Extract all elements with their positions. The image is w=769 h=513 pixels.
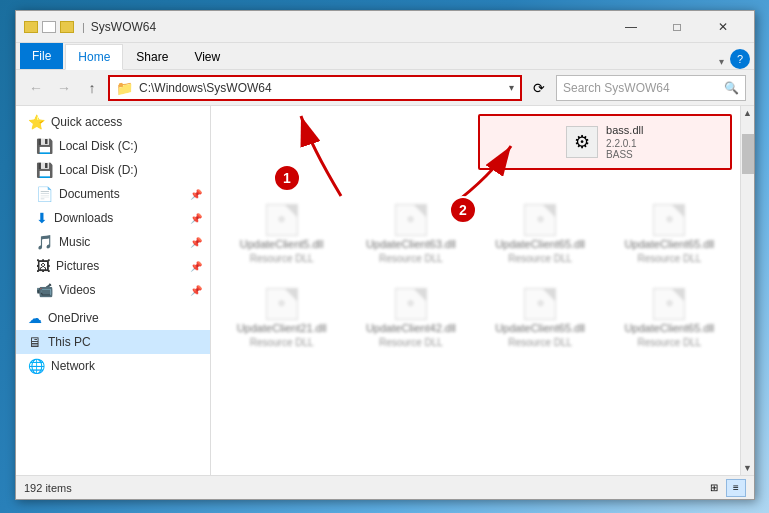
- ribbon-collapse: ▾: [717, 54, 726, 69]
- dll-icon-3: ⚙: [524, 204, 556, 236]
- tab-home[interactable]: Home: [65, 44, 123, 70]
- downloads-icon: ⬇: [36, 210, 48, 226]
- dll-icon-2: ⚙: [395, 204, 427, 236]
- step-1-label: 1: [283, 170, 291, 186]
- titlebar: | SysWOW64 — □ ✕: [16, 11, 754, 43]
- sidebar-item-quick-access[interactable]: ⭐ Quick access: [16, 110, 210, 134]
- bass-dll-name: bass.dll: [606, 124, 643, 137]
- sidebar-item-local-disk-d[interactable]: 💾 Local Disk (D:): [16, 158, 210, 182]
- scroll-down-button[interactable]: ▼: [741, 461, 755, 475]
- dll-icon-4: ⚙: [653, 204, 685, 236]
- sidebar-label-documents: Documents: [59, 187, 184, 201]
- pin-icon-pictures: 📌: [190, 261, 202, 272]
- titlebar-app-icons: [24, 21, 74, 33]
- sidebar-item-pictures[interactable]: 🖼 Pictures 📌: [16, 254, 210, 278]
- sidebar-item-documents[interactable]: 📄 Documents 📌: [16, 182, 210, 206]
- filedesc-4: Resource DLL: [637, 253, 701, 264]
- addressbar: ← → ↑ 📁 C:\Windows\SysWOW64 ▾ ⟳ Search S…: [16, 70, 754, 106]
- videos-icon: 📹: [36, 282, 53, 298]
- titlebar-separator: |: [82, 21, 85, 33]
- filedesc-2: Resource DLL: [379, 253, 443, 264]
- list-item[interactable]: ⚙ UpdateClient65.dll Resource DLL: [607, 282, 732, 354]
- app-icon-doc: [42, 21, 56, 33]
- file-item-bass-dll[interactable]: ⚙ bass.dll 2.2.0.1 BASS: [478, 114, 733, 170]
- scroll-up-button[interactable]: ▲: [741, 106, 755, 120]
- main-content: ⭐ Quick access 💾 Local Disk (C:) 💾 Local…: [16, 106, 754, 475]
- scrollbar-thumb[interactable]: [742, 134, 754, 174]
- tab-file[interactable]: File: [20, 43, 63, 69]
- large-icons-view-button[interactable]: ⊞: [704, 479, 724, 497]
- step-1-circle: 1: [273, 164, 301, 192]
- address-path: C:\Windows\SysWOW64: [139, 81, 509, 95]
- documents-icon: 📄: [36, 186, 53, 202]
- filedesc-5: Resource DLL: [250, 337, 314, 348]
- explorer-window: | SysWOW64 — □ ✕ File Home Share View ▾ …: [15, 10, 755, 500]
- ribbon-tabs: File Home Share View ▾ ?: [16, 43, 754, 69]
- titlebar-controls: — □ ✕: [608, 11, 746, 43]
- filename-5: UpdateClient21.dll: [237, 322, 327, 335]
- tab-view[interactable]: View: [181, 43, 233, 69]
- forward-button[interactable]: →: [52, 76, 76, 100]
- bass-dll-icon: ⚙: [566, 126, 598, 158]
- details-view-button[interactable]: ≡: [726, 479, 746, 497]
- list-item[interactable]: ⚙ UpdateClient21.dll Resource DLL: [219, 282, 344, 354]
- sidebar-item-downloads[interactable]: ⬇ Downloads 📌: [16, 206, 210, 230]
- sidebar-item-local-disk-c[interactable]: 💾 Local Disk (C:): [16, 134, 210, 158]
- address-box[interactable]: 📁 C:\Windows\SysWOW64 ▾: [108, 75, 522, 101]
- app-icon-2: [60, 21, 74, 33]
- sidebar-item-videos[interactable]: 📹 Videos 📌: [16, 278, 210, 302]
- up-button[interactable]: ↑: [80, 76, 104, 100]
- back-button[interactable]: ←: [24, 76, 48, 100]
- sidebar-item-onedrive[interactable]: ☁ OneDrive: [16, 306, 210, 330]
- filename-4: UpdateClient65.dll: [624, 238, 714, 251]
- sidebar-item-this-pc[interactable]: 🖥 This PC: [16, 330, 210, 354]
- address-dropdown-arrow[interactable]: ▾: [509, 82, 514, 93]
- filedesc-1: Resource DLL: [250, 253, 314, 264]
- list-item[interactable]: ⚙ UpdateClient5.dll Resource DLL: [219, 198, 344, 270]
- sidebar-label-disk-d: Local Disk (D:): [59, 163, 202, 177]
- list-item[interactable]: ⚙ UpdateClient65.dll Resource DLL: [478, 282, 603, 354]
- scrollbar[interactable]: ▲ ▼: [740, 106, 754, 475]
- dll-icon-6: ⚙: [395, 288, 427, 320]
- search-box[interactable]: Search SysWOW64 🔍: [556, 75, 746, 101]
- quick-access-icon: ⭐: [28, 114, 45, 130]
- sidebar-label-music: Music: [59, 235, 184, 249]
- filedesc-6: Resource DLL: [379, 337, 443, 348]
- sidebar-label-onedrive: OneDrive: [48, 311, 202, 325]
- search-icon[interactable]: 🔍: [724, 81, 739, 95]
- list-item[interactable]: ⚙ UpdateClient65.dll Resource DLL: [607, 198, 732, 270]
- titlebar-center: | SysWOW64: [82, 20, 608, 34]
- refresh-button[interactable]: ⟳: [526, 75, 552, 101]
- minimize-button[interactable]: —: [608, 11, 654, 43]
- sidebar-label-pictures: Pictures: [56, 259, 184, 273]
- pin-icon-videos: 📌: [190, 285, 202, 296]
- list-item[interactable]: ⚙ UpdateClient42.dll Resource DLL: [348, 282, 473, 354]
- sidebar-label-quick-access: Quick access: [51, 115, 202, 129]
- maximize-button[interactable]: □: [654, 11, 700, 43]
- dll-icon-1: ⚙: [266, 204, 298, 236]
- tab-share[interactable]: Share: [123, 43, 181, 69]
- statusbar: 192 items ⊞ ≡: [16, 475, 754, 499]
- network-icon: 🌐: [28, 358, 45, 374]
- window-title: SysWOW64: [91, 20, 156, 34]
- help-button[interactable]: ?: [730, 49, 750, 69]
- sidebar-label-disk-c: Local Disk (C:): [59, 139, 202, 153]
- list-item[interactable]: ⚙ UpdateClient65.dll Resource DLL: [478, 198, 603, 270]
- sidebar-item-network[interactable]: 🌐 Network: [16, 354, 210, 378]
- sidebar-label-this-pc: This PC: [48, 335, 202, 349]
- music-icon: 🎵: [36, 234, 53, 250]
- folder-icon: 📁: [116, 80, 133, 96]
- step-2-label: 2: [459, 202, 467, 218]
- ribbon: File Home Share View ▾ ?: [16, 43, 754, 70]
- pictures-icon: 🖼: [36, 258, 50, 274]
- view-toggle-buttons: ⊞ ≡: [704, 479, 746, 497]
- sidebar-label-downloads: Downloads: [54, 211, 184, 225]
- filename-8: UpdateClient65.dll: [624, 322, 714, 335]
- pin-icon-documents: 📌: [190, 189, 202, 200]
- filename-6: UpdateClient42.dll: [366, 322, 456, 335]
- sidebar-item-music[interactable]: 🎵 Music 📌: [16, 230, 210, 254]
- this-pc-icon: 🖥: [28, 334, 42, 350]
- close-button[interactable]: ✕: [700, 11, 746, 43]
- file-pane: ⚙ bass.dll 2.2.0.1 BASS ⚙ UpdateClient5.…: [211, 106, 740, 475]
- pin-icon-downloads: 📌: [190, 213, 202, 224]
